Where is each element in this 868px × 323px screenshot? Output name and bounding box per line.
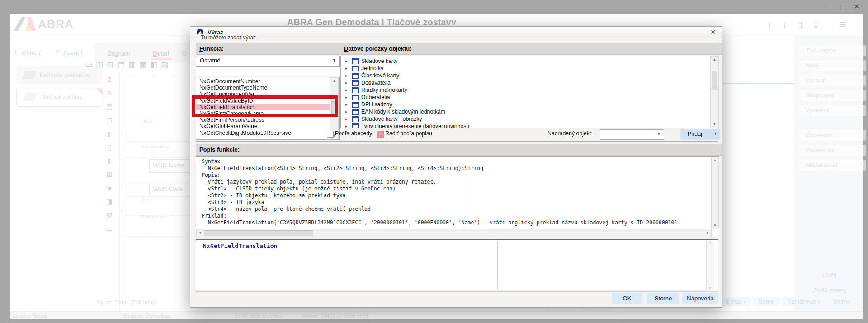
alphabet-checkbox-label[interactable]: Podľa abecedy xyxy=(335,130,372,137)
table-icon xyxy=(352,109,359,115)
ok-button[interactable]: OK xyxy=(612,293,642,304)
function-list[interactable]: NxGetDocumentNumber NxGetDocumentTypeNam… xyxy=(196,77,340,140)
sort-by-description-checkbox[interactable]: ✓ xyxy=(377,131,384,138)
designer-tool-icon[interactable]: ◫ xyxy=(96,61,103,70)
designer-tool-icon[interactable]: ▥ xyxy=(128,61,136,70)
tool-strip-icon[interactable]: ◫ xyxy=(105,116,114,125)
hamburger-menu-icon[interactable]: ≡ xyxy=(840,18,846,31)
function-list-item[interactable]: NxGetDocumentNumber xyxy=(196,78,339,85)
data-items-tree[interactable]: ▸Skladové karty ▸Jednotky ▸Čiastkové kar… xyxy=(340,56,719,128)
tree-item[interactable]: ▸Riadky makrokarty xyxy=(341,86,719,94)
schedule-button[interactable]: Naplánovať ▾ xyxy=(782,297,826,307)
memo-vscrollbar[interactable]: ▲ ▼ xyxy=(711,157,719,229)
tree-item[interactable]: ▸Typy plnenia prenesenie daňovej povinno… xyxy=(341,123,719,128)
tool-strip-icon[interactable]: ⊞ xyxy=(105,170,114,179)
refresh-button[interactable]: Občerstviť xyxy=(799,130,866,141)
function-list-item[interactable]: NxGetEnvironmentVar xyxy=(196,91,339,97)
function-category-select[interactable]: Ostatné ▼ xyxy=(196,56,340,66)
band-number: 3 xyxy=(121,158,123,162)
nav-up-icon[interactable]: ↑ xyxy=(768,21,772,30)
tool-strip-icon[interactable]: ◨ xyxy=(105,197,114,206)
tree-item[interactable]: ▸Dodávatelia xyxy=(341,79,719,86)
alphabet-checkbox[interactable] xyxy=(327,131,334,138)
clipped-heading: ABRA Gen Demodata | Tlačové zostavy xyxy=(287,17,622,25)
expression-scrollbar[interactable]: ▲ ▼ xyxy=(706,240,714,290)
status-hotline: Hotline: 00421 /2/ 3305 6569 xyxy=(302,313,368,318)
tab-zoznam[interactable]: Zoznam xyxy=(108,50,131,57)
function-list-item[interactable]: NxGetFirmCategoryName xyxy=(196,110,339,117)
email-button[interactable]: E-mail ▾ xyxy=(721,297,750,307)
function-filter-input[interactable] xyxy=(196,66,345,76)
expander-icon: ▸ xyxy=(345,79,352,86)
tool-strip-icon[interactable]: ↥ xyxy=(105,75,114,84)
scroll-left-icon: ◄ xyxy=(198,231,202,235)
tree-item[interactable]: ▸Čiastkové karty xyxy=(341,72,719,79)
tool-strip-icon[interactable]: ▤ xyxy=(105,102,114,111)
edit-button[interactable]: Opraviť▾ xyxy=(799,75,866,86)
scroll-down-icon: ▼ xyxy=(712,223,718,229)
print-export-button[interactable]: Tlač, export▾ xyxy=(799,45,866,56)
tree-item[interactable]: ▸Skladové karty - obrázky xyxy=(341,115,719,123)
nav-first-icon[interactable]: ↥ xyxy=(797,21,805,30)
designer-tool-icon[interactable]: ▦ xyxy=(139,61,146,70)
function-list-item[interactable]: NxGetGlobParamValue xyxy=(196,123,339,129)
sidebar-item-tlacove-zostavy[interactable]: Tlačové zostavy xyxy=(16,88,103,107)
tool-strip-icon[interactable]: ▭ xyxy=(105,224,114,233)
storno-button-bg[interactable]: Storno xyxy=(828,297,855,307)
tool-strip-icon[interactable]: ▣ xyxy=(105,184,114,193)
tree-item[interactable]: ▸Jednotky xyxy=(341,65,719,72)
tree-scrollbar[interactable]: ▲ ▼ xyxy=(710,56,719,128)
function-list-item[interactable]: NxGetCheckDigitModulo10Recursive xyxy=(196,130,339,136)
dialog-close-icon[interactable]: ✕ xyxy=(710,28,716,36)
scroll-up-icon: ▲ xyxy=(711,57,718,63)
nav-down-icon[interactable]: ↓ xyxy=(783,21,787,30)
designer-tool-icon[interactable]: ▤ xyxy=(118,61,125,70)
help-button[interactable]: Nápoveda xyxy=(682,293,718,304)
function-list-item[interactable]: NxGetFirmPersonAddress xyxy=(196,117,339,123)
expression-editor[interactable]: ▲ ▼ NxGetFieldTranslation xyxy=(196,239,718,290)
tool-strip-icon[interactable]: ▧ xyxy=(105,211,114,220)
open-button[interactable]: Otvoriť xyxy=(22,49,41,57)
chevron-down-icon: ▾ xyxy=(860,160,863,171)
section-separator xyxy=(196,141,718,142)
cancel-changes-button[interactable]: Zrušiť zmeny xyxy=(799,285,860,295)
selected-corner-fold xyxy=(96,88,103,95)
parent-object-label: Nadradený objekt: xyxy=(547,130,593,137)
expander-icon: ▸ xyxy=(345,108,352,115)
copy-count-button[interactable]: Počet kópií xyxy=(799,145,866,156)
sort-checkbox-label[interactable]: Radiť podľa popisu xyxy=(385,130,432,137)
designer-tool-icon[interactable]: ◧ xyxy=(150,61,157,70)
tree-item[interactable]: ▸EAN kódy k skladovým jednotkám xyxy=(341,108,719,115)
tab-third-clipped[interactable]: O xyxy=(182,50,187,57)
designer-tool-icon[interactable]: ⊞ xyxy=(107,61,113,70)
storno-button[interactable]: Storno xyxy=(647,293,679,304)
tree-item[interactable]: ▸Skladové karty xyxy=(341,57,719,65)
designer-tool-icon[interactable]: ▧ xyxy=(161,61,168,70)
parent-object-select[interactable]: ▼ xyxy=(600,129,664,140)
tab-detail[interactable]: Detail xyxy=(153,50,169,57)
tree-item[interactable]: ▸DPH sadzby xyxy=(341,101,719,108)
dialog-titlebar[interactable] xyxy=(191,27,722,38)
report-field-main-code[interactable]: MAIN.Code xyxy=(149,183,196,196)
function-list-item[interactable]: NxGetDocumentTypeName xyxy=(196,85,339,91)
function-list-item[interactable]: NxGetFieldValueByID xyxy=(196,98,339,104)
file-button[interactable]: Súbor xyxy=(753,297,779,307)
delete-button[interactable]: Vymazať xyxy=(799,105,866,116)
update-button[interactable]: Aktualizovať▾ xyxy=(799,160,866,171)
report-field-main-name[interactable]: MAIN.Name xyxy=(149,159,196,173)
add-button[interactable]: Pridaj ▾ xyxy=(680,129,720,140)
memo-hscrollbar[interactable]: ◄ ► xyxy=(196,229,712,237)
tool-strip-icon[interactable]: A xyxy=(105,89,114,98)
new-button[interactable]: Nový xyxy=(799,60,866,71)
copy-button[interactable]: Skopírovať xyxy=(799,90,866,101)
designer-tool-icon[interactable]: ▭ xyxy=(85,61,92,70)
chevron-down-icon: ▾ xyxy=(714,131,717,136)
tool-strip-icon[interactable]: ▯ xyxy=(105,143,114,152)
nav-last-icon[interactable]: ↧ xyxy=(812,21,820,30)
tool-strip-icon[interactable]: ▥ xyxy=(105,157,114,166)
close-agenda-button[interactable]: Zavrieť xyxy=(63,49,83,57)
tree-item[interactable]: ▸Odberatelia xyxy=(341,94,719,101)
save-button[interactable]: Uložiť xyxy=(799,271,860,280)
function-list-item-selected[interactable]: NxGetFieldTranslation xyxy=(196,104,339,110)
tool-strip-icon[interactable]: ▦ xyxy=(105,129,114,138)
